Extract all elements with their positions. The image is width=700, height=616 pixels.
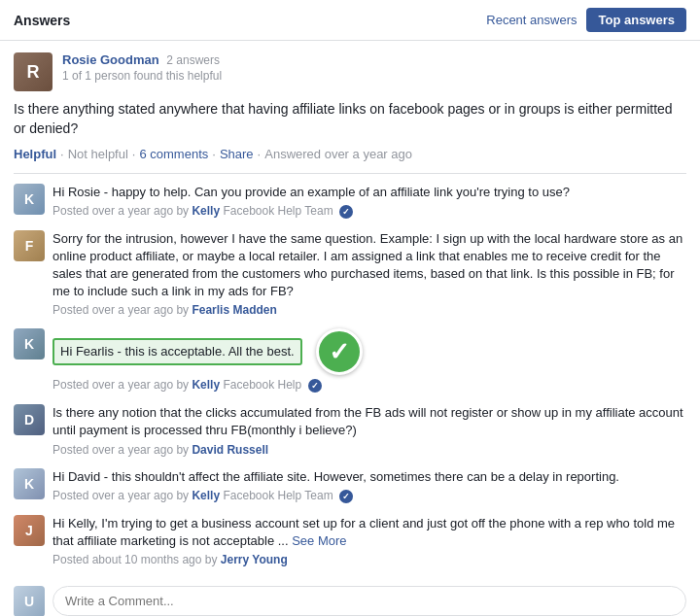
comment-item: K Hi Fearlis - this is acceptable. All t… bbox=[14, 328, 686, 393]
comment-text: Hi Fearlis - this is acceptable. All the… bbox=[52, 328, 686, 375]
avatar: F bbox=[14, 230, 45, 261]
top-answers-button[interactable]: Top answers bbox=[586, 8, 686, 32]
comment-meta: Posted over a year ago by Kelly Facebook… bbox=[52, 378, 686, 393]
answer-section: R Rosie Goodman 2 answers 1 of 1 person … bbox=[0, 41, 700, 616]
helpful-count: 1 of 1 person found this helpful bbox=[62, 69, 686, 83]
answer-actions: Helpful · Not helpful · 6 comments · Sha… bbox=[14, 147, 686, 161]
avatar-initials: R bbox=[14, 52, 52, 91]
avatar-initials: J bbox=[14, 515, 45, 546]
comment-meta: Posted about 10 months ago by Jerry Youn… bbox=[52, 553, 686, 566]
avatar: K bbox=[14, 468, 45, 499]
comment-body: Hi Kelly, I'm trying to get a business a… bbox=[52, 515, 686, 566]
comment-author[interactable]: Kelly bbox=[192, 204, 220, 218]
avatar-initials: F bbox=[14, 230, 45, 261]
avatar: D bbox=[14, 404, 45, 435]
comments-section: K Hi Rosie - happy to help. Can you prov… bbox=[14, 173, 686, 616]
avatar-initials: D bbox=[14, 404, 45, 435]
comment-body: Hi Fearlis - this is acceptable. All the… bbox=[52, 328, 686, 393]
comment-item: K Hi David - this shouldn't affect the a… bbox=[14, 468, 686, 503]
comment-body: Hi Rosie - happy to help. Can you provid… bbox=[52, 184, 686, 219]
answer-meta: Rosie Goodman 2 answers 1 of 1 person fo… bbox=[62, 52, 686, 91]
header-right: Recent answers Top answers bbox=[486, 8, 686, 32]
avatar: J bbox=[14, 515, 45, 546]
comment-item: J Hi Kelly, I'm trying to get a business… bbox=[14, 515, 686, 566]
answers-title: Answers bbox=[14, 13, 70, 28]
help-team-label: Facebook Help Team bbox=[223, 489, 332, 502]
comment-author[interactable]: Jerry Young bbox=[221, 553, 288, 566]
recent-answers-link[interactable]: Recent answers bbox=[486, 13, 577, 27]
not-helpful-action[interactable]: Not helpful bbox=[68, 147, 128, 161]
check-mark-icon bbox=[316, 328, 363, 375]
comment-meta: Posted over a year ago by Kelly Facebook… bbox=[52, 489, 686, 503]
comment-item: K Hi Rosie - happy to help. Can you prov… bbox=[14, 184, 686, 219]
separator-3: · bbox=[212, 147, 216, 161]
author-name[interactable]: Rosie Goodman bbox=[62, 52, 159, 67]
avatar: K bbox=[14, 328, 45, 359]
page-container: Answers Recent answers Top answers R Ros… bbox=[0, 0, 700, 616]
answer-time: Answered over a year ago bbox=[264, 147, 412, 161]
verified-badge bbox=[308, 379, 322, 393]
comment-text: Is there any notion that the clicks accu… bbox=[52, 404, 686, 439]
avatar-initials: U bbox=[14, 586, 45, 616]
help-team-label: Facebook Help bbox=[223, 378, 301, 392]
comments-action[interactable]: 6 comments bbox=[139, 147, 208, 161]
comment-item: D Is there any notion that the clicks ac… bbox=[14, 404, 686, 456]
see-more-link[interactable]: See More bbox=[292, 533, 346, 548]
comment-meta: Posted over a year ago by Fearlis Madden bbox=[52, 303, 686, 317]
comment-author[interactable]: Fearlis Madden bbox=[192, 303, 276, 317]
helpful-action[interactable]: Helpful bbox=[14, 147, 56, 161]
separator-4: · bbox=[258, 147, 262, 161]
avatar: K bbox=[14, 184, 45, 215]
comment-body: Hi David - this shouldn't affect the aff… bbox=[52, 468, 686, 503]
author-answers-count: 2 answers bbox=[166, 53, 220, 67]
avatar-initials: K bbox=[14, 328, 45, 359]
verified-badge bbox=[339, 490, 353, 503]
comment-item: F Sorry for the intrusion, however I hav… bbox=[14, 230, 686, 318]
comment-author[interactable]: Kelly bbox=[192, 378, 220, 392]
highlighted-comment-text: Hi Fearlis - this is acceptable. All the… bbox=[52, 338, 302, 365]
comment-text: Hi Kelly, I'm trying to get a business a… bbox=[52, 515, 686, 550]
avatar-initials: K bbox=[14, 468, 45, 499]
comment-meta: Posted over a year ago by Kelly Facebook… bbox=[52, 204, 686, 219]
comment-input[interactable] bbox=[52, 586, 686, 616]
separator-2: · bbox=[132, 147, 136, 161]
comment-meta: Posted over a year ago by David Russell bbox=[52, 443, 686, 457]
separator-1: · bbox=[60, 147, 64, 161]
write-comment: U bbox=[14, 578, 686, 616]
comment-text: Hi Rosie - happy to help. Can you provid… bbox=[52, 184, 686, 201]
avatar: U bbox=[14, 586, 45, 616]
comment-author[interactable]: Kelly bbox=[192, 489, 220, 502]
answer-body: Is there anything stated anywhere that h… bbox=[14, 99, 686, 139]
help-team-label: Facebook Help Team bbox=[223, 204, 332, 218]
avatar-initials: K bbox=[14, 184, 45, 215]
avatar: R bbox=[14, 52, 52, 91]
verified-badge bbox=[339, 205, 353, 219]
comment-author[interactable]: David Russell bbox=[192, 443, 268, 457]
comment-body: Sorry for the intrusion, however I have … bbox=[52, 230, 686, 318]
answers-header: Answers Recent answers Top answers bbox=[0, 0, 700, 41]
comment-text: Sorry for the intrusion, however I have … bbox=[52, 230, 686, 301]
comment-body: Is there any notion that the clicks accu… bbox=[52, 404, 686, 456]
share-action[interactable]: Share bbox=[220, 147, 254, 161]
answer-top: R Rosie Goodman 2 answers 1 of 1 person … bbox=[14, 52, 686, 91]
comment-text: Hi David - this shouldn't affect the aff… bbox=[52, 468, 686, 486]
highlighted-row: Hi Fearlis - this is acceptable. All the… bbox=[52, 328, 686, 375]
